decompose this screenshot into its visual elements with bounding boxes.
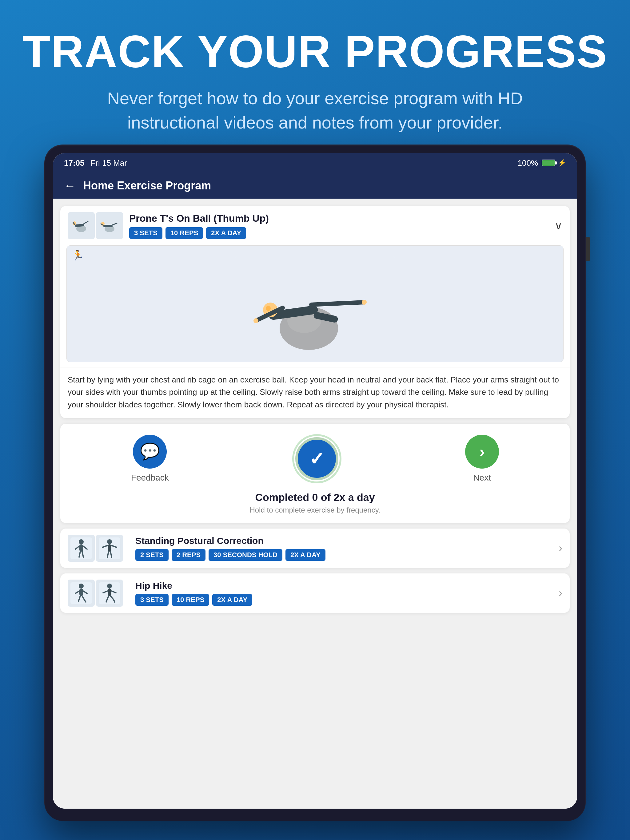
list-item-chevron-2: › [559,587,562,600]
status-bar: 17:05 Fri 15 Mar 100% ⚡ [53,153,577,173]
svg-rect-37 [79,589,83,596]
page-subtitle: Never forget how to do your exercise pro… [0,87,630,135]
list-item-info-1: Standing Postural Correction 2 SETS 2 RE… [135,535,559,561]
next-button[interactable]: › Next [465,435,499,483]
svg-point-20 [362,300,367,305]
exercise-figure-1-icon [72,216,90,235]
tag-hold-1: 30 SECONDS HOLD [209,549,282,561]
top-section: TRACK YOUR PROGRESS Never forget how to … [0,0,630,153]
list-item-chevron-1: › [559,542,562,555]
nav-bar: ← Home Exercise Program [53,173,577,199]
nav-title: Home Exercise Program [83,179,211,192]
battery-fill [542,160,555,166]
status-date: Fri 15 Mar [91,158,127,168]
tag-sets-1: 2 SETS [135,549,169,561]
list-thumb-1b [96,535,123,562]
completed-text: Completed 0 of 2x a day [255,491,375,503]
exercise-thumbnails [68,212,123,239]
exercise-info: Prone T's On Ball (Thumb Up) 3 SETS 10 R… [129,213,550,239]
svg-point-44 [107,584,112,589]
complete-button[interactable]: ✓ [295,437,339,480]
tag-reps: 10 REPS [166,227,203,239]
tablet-shell: 17:05 Fri 15 Mar 100% ⚡ [44,145,586,821]
svg-rect-6 [103,225,112,227]
exercise-thumb-2 [96,212,123,239]
exercise-name: Prone T's On Ball (Thumb Up) [129,213,550,224]
exercise-animation [235,256,395,351]
list-item-tags-1: 2 SETS 2 REPS 30 SECONDS HOLD 2X A DAY [135,549,559,561]
tablet-screen: 17:05 Fri 15 Mar 100% ⚡ [53,153,577,808]
status-time: 17:05 [64,158,85,168]
tag-freq-2: 2X A DAY [212,594,252,606]
action-buttons: 💬 Feedback ✓ [68,435,562,483]
exercise-description: Start by lying with your chest and rib c… [60,367,570,418]
action-row: 💬 Feedback ✓ [60,424,570,523]
charging-icon: ⚡ [558,159,566,167]
tag-reps-1: 2 REPS [172,549,206,561]
tablet-container: 17:05 Fri 15 Mar 100% ⚡ [44,145,586,821]
tag-reps-2: 10 REPS [172,594,209,606]
battery-tip [555,161,557,164]
battery-text: 100% [518,158,538,168]
svg-point-29 [107,539,112,544]
svg-point-22 [79,539,84,544]
complete-circle: ✓ [295,437,339,480]
feedback-icon-circle: 💬 [133,435,167,469]
page-title: TRACK YOUR PROGRESS [0,28,630,75]
list-item-tags-2: 3 SETS 10 REPS 2X A DAY [135,594,559,606]
list-item-name-2: Hip Hike [135,581,559,591]
standing-figure-2-icon [99,537,120,559]
tag-sets: 3 SETS [129,227,162,239]
standing-figure-1-icon [70,537,92,559]
exercise-header[interactable]: Prone T's On Ball (Thumb Up) 3 SETS 10 R… [60,206,570,245]
chevron-down-icon: ∨ [555,219,562,232]
feedback-button[interactable]: 💬 Feedback [131,435,169,483]
svg-rect-45 [108,589,111,596]
tag-sets-2: 3 SETS [135,594,169,606]
arrow-right-icon: › [479,442,484,461]
back-button[interactable]: ← [64,179,76,193]
svg-point-36 [79,584,84,589]
current-exercise-card: Prone T's On Ball (Thumb Up) 3 SETS 10 R… [60,206,570,418]
exercise-video[interactable]: 🏃 [66,245,564,362]
list-item-info-2: Hip Hike 3 SETS 10 REPS 2X A DAY [135,581,559,606]
chat-icon: 💬 [140,442,160,461]
svg-point-19 [253,318,258,323]
battery-body [542,159,555,166]
hold-text: Hold to complete exercise by frequency. [250,506,380,515]
list-thumb-2b [96,579,123,606]
status-right: 100% ⚡ [518,158,566,168]
exercise-list-item-1[interactable]: Standing Postural Correction 2 SETS 2 RE… [60,529,570,568]
list-thumb-1a [68,535,95,562]
svg-line-8 [112,223,117,225]
exercise-list-item-2[interactable]: Hip Hike 3 SETS 10 REPS 2X A DAY › [60,573,570,613]
battery-icon: ⚡ [542,159,566,167]
hip-hike-figure-2-icon [99,583,120,604]
svg-rect-23 [79,544,83,552]
exercise-figure-2-icon [100,216,119,235]
list-item-thumbnails-2 [68,579,123,606]
list-item-thumbnails-1 [68,535,123,562]
next-label: Next [473,473,491,483]
watermark-icon: 🏃 [72,249,84,261]
hip-hike-figure-1-icon [70,583,92,604]
exercise-thumb-1 [68,212,95,239]
tag-freq-1: 2X A DAY [285,549,326,561]
svg-line-17 [311,302,364,305]
list-item-name-1: Standing Postural Correction [135,535,559,546]
svg-line-3 [84,221,88,224]
feedback-label: Feedback [131,473,169,483]
content-area: Prone T's On Ball (Thumb Up) 3 SETS 10 R… [53,199,577,808]
exercise-tags: 3 SETS 10 REPS 2X A DAY [129,227,550,239]
checkmark-icon: ✓ [309,448,324,469]
svg-point-15 [266,306,271,311]
list-thumb-2a [68,579,95,606]
next-icon-circle: › [465,435,499,469]
tag-frequency: 2X A DAY [206,227,246,239]
